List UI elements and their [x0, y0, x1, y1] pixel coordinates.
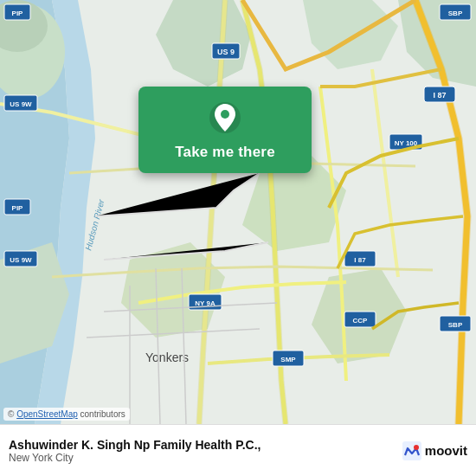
svg-text:CCP: CCP — [353, 317, 369, 325]
moovit-logo: moovit — [402, 441, 467, 460]
svg-point-48 — [414, 445, 419, 450]
svg-text:I 87: I 87 — [354, 256, 366, 264]
svg-text:Yonkers: Yonkers — [145, 351, 189, 364]
svg-text:US 9W: US 9W — [10, 100, 32, 108]
svg-rect-47 — [402, 441, 421, 460]
location-pin-icon — [208, 100, 242, 135]
bottom-bar: Ashuwinder K. Singh Np Family Health P.C… — [0, 424, 476, 476]
moovit-brand-icon — [402, 441, 421, 460]
take-me-there-button-label: Take me there — [175, 144, 275, 161]
business-info: Ashuwinder K. Singh Np Family Health P.C… — [9, 438, 397, 464]
map-background: I 87 US 9 US 9W US 9W NY 100 NY 9A — [0, 0, 476, 424]
svg-text:SBP: SBP — [448, 321, 463, 329]
take-me-there-card[interactable]: Take me there — [138, 87, 312, 173]
svg-text:PIP: PIP — [12, 204, 24, 212]
svg-text:SMP: SMP — [280, 356, 296, 363]
osm-link[interactable]: OpenStreetMap — [16, 409, 78, 419]
location-line: New York City — [9, 452, 397, 464]
moovit-brand-text: moovit — [425, 443, 467, 458]
svg-point-46 — [221, 110, 229, 119]
svg-text:SBP: SBP — [448, 10, 463, 17]
svg-text:US 9W: US 9W — [10, 256, 32, 264]
business-name: Ashuwinder K. Singh Np Family Health P.C… — [9, 438, 397, 452]
svg-text:US 9: US 9 — [217, 48, 235, 56]
svg-text:I 87: I 87 — [433, 91, 446, 100]
map-attribution: © OpenStreetMap contributors — [3, 408, 130, 421]
svg-text:PIP: PIP — [12, 10, 24, 17]
map-container: I 87 US 9 US 9W US 9W NY 100 NY 9A — [0, 0, 476, 424]
